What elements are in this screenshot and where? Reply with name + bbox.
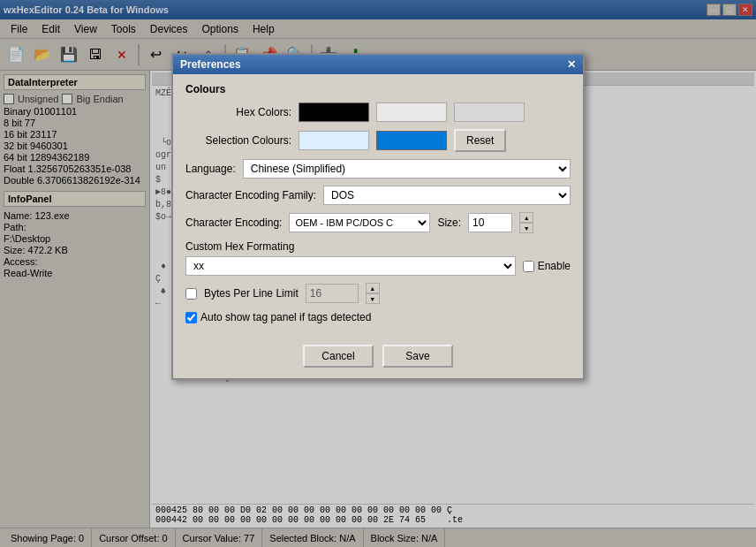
dialog-overlay: Preferences ✕ Colours Hex Colors: Select… (0, 0, 756, 547)
selection-colors-row: Selection Colours: Reset (185, 129, 571, 152)
bytes-up-button[interactable]: ▲ (366, 283, 380, 293)
dialog-close-icon[interactable]: ✕ (567, 58, 576, 71)
enable-label: Enable (538, 260, 571, 272)
auto-show-row: Auto show tag panel if tags detected (185, 311, 571, 323)
hex-colors-row: Hex Colors: (185, 103, 571, 122)
encoding-family-select[interactable]: DOS ISO Windows (323, 186, 571, 205)
auto-show-checkbox[interactable] (185, 312, 197, 323)
reset-button[interactable]: Reset (454, 129, 506, 152)
enable-checkbox[interactable] (523, 261, 534, 272)
language-select[interactable]: Chinese (Simplified) English (243, 159, 571, 179)
selection-color-swatch-1[interactable] (299, 131, 369, 150)
custom-hex-select[interactable]: xx (185, 256, 516, 276)
bytes-down-button[interactable]: ▼ (366, 293, 380, 304)
hex-color-swatch-3[interactable] (454, 103, 525, 122)
cancel-button[interactable]: Cancel (303, 345, 374, 368)
size-up-button[interactable]: ▲ (519, 212, 533, 223)
hex-colors-label: Hex Colors: (185, 106, 291, 118)
colours-section-label: Colours (185, 83, 571, 95)
selection-color-swatch-2[interactable] (376, 131, 447, 150)
selection-colors-label: Selection Colours: (185, 134, 291, 147)
bytes-spin: ▲ ▼ (366, 283, 380, 304)
language-label: Language: (185, 163, 236, 175)
dialog-title-bar: Preferences ✕ (173, 55, 583, 74)
size-input[interactable] (468, 213, 512, 232)
size-spin: ▲ ▼ (519, 212, 533, 233)
encoding-family-row: Character Encoding Family: DOS ISO Windo… (185, 186, 571, 205)
encoding-family-label: Character Encoding Family: (185, 189, 316, 201)
hex-color-swatch-1[interactable] (299, 103, 369, 122)
custom-hex-row: xx Enable (185, 256, 571, 276)
bytes-per-line-label: Bytes Per Line Limit (204, 287, 299, 300)
auto-show-label: Auto show tag panel if tags detected (200, 311, 371, 323)
size-label: Size: (437, 217, 461, 229)
dialog-body: Colours Hex Colors: Selection Colours: R… (173, 74, 583, 338)
bytes-per-line-row: Bytes Per Line Limit ▲ ▼ (185, 283, 571, 304)
size-down-button[interactable]: ▼ (519, 223, 533, 233)
dialog-title-text: Preferences (180, 58, 241, 71)
encoding-row: Character Encoding: OEM - IBM PC/DOS C S… (185, 212, 571, 233)
custom-hex-label: Custom Hex Formating (185, 240, 571, 253)
save-button[interactable]: Save (382, 345, 453, 368)
enable-checkbox-row: Enable (523, 260, 571, 272)
encoding-label: Character Encoding: (185, 217, 282, 229)
bytes-per-line-input[interactable] (306, 284, 359, 303)
bytes-per-line-checkbox[interactable] (185, 288, 197, 300)
dialog-footer: Cancel Save (173, 338, 583, 378)
hex-color-swatch-2[interactable] (376, 103, 447, 122)
encoding-select[interactable]: OEM - IBM PC/DOS C (289, 213, 430, 232)
language-row: Language: Chinese (Simplified) English (185, 159, 571, 179)
preferences-dialog: Preferences ✕ Colours Hex Colors: Select… (171, 53, 585, 380)
